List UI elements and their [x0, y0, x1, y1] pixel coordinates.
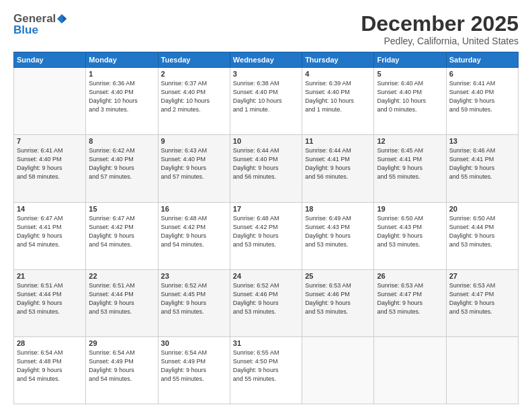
table-row [374, 336, 446, 404]
calendar-week-row: 21Sunrise: 6:51 AM Sunset: 4:44 PM Dayli… [14, 269, 519, 336]
table-row: 17Sunrise: 6:48 AM Sunset: 4:42 PM Dayli… [230, 202, 302, 269]
day-info: Sunrise: 6:53 AM Sunset: 4:47 PM Dayligh… [377, 281, 443, 316]
day-number: 18 [305, 205, 371, 213]
day-number: 7 [17, 137, 83, 145]
day-info: Sunrise: 6:41 AM Sunset: 4:40 PM Dayligh… [449, 79, 515, 114]
calendar-header-row: Sunday Monday Tuesday Wednesday Thursday… [14, 52, 519, 68]
day-number: 3 [233, 70, 299, 78]
table-row [302, 336, 374, 404]
day-info: Sunrise: 6:53 AM Sunset: 4:46 PM Dayligh… [305, 281, 371, 316]
day-info: Sunrise: 6:47 AM Sunset: 4:41 PM Dayligh… [17, 214, 83, 249]
col-saturday: Saturday [446, 52, 518, 68]
day-info: Sunrise: 6:48 AM Sunset: 4:42 PM Dayligh… [233, 214, 299, 249]
day-info: Sunrise: 6:52 AM Sunset: 4:45 PM Dayligh… [161, 281, 227, 316]
day-number: 13 [449, 137, 515, 145]
day-info: Sunrise: 6:51 AM Sunset: 4:44 PM Dayligh… [17, 281, 83, 316]
day-number: 23 [161, 272, 227, 280]
day-info: Sunrise: 6:52 AM Sunset: 4:46 PM Dayligh… [233, 281, 299, 316]
col-friday: Friday [374, 52, 446, 68]
table-row: 11Sunrise: 6:44 AM Sunset: 4:41 PM Dayli… [302, 135, 374, 202]
table-row: 1Sunrise: 6:36 AM Sunset: 4:40 PM Daylig… [86, 68, 158, 135]
day-info: Sunrise: 6:44 AM Sunset: 4:41 PM Dayligh… [305, 146, 371, 181]
table-row: 9Sunrise: 6:43 AM Sunset: 4:40 PM Daylig… [158, 135, 230, 202]
day-info: Sunrise: 6:37 AM Sunset: 4:40 PM Dayligh… [161, 79, 227, 114]
table-row: 24Sunrise: 6:52 AM Sunset: 4:46 PM Dayli… [230, 269, 302, 336]
calendar-week-row: 1Sunrise: 6:36 AM Sunset: 4:40 PM Daylig… [14, 68, 519, 135]
day-info: Sunrise: 6:51 AM Sunset: 4:44 PM Dayligh… [89, 281, 154, 316]
day-number: 2 [161, 70, 227, 78]
logo: General Blue [13, 12, 68, 37]
table-row: 26Sunrise: 6:53 AM Sunset: 4:47 PM Dayli… [374, 269, 446, 336]
day-number: 10 [233, 137, 299, 145]
table-row: 22Sunrise: 6:51 AM Sunset: 4:44 PM Dayli… [86, 269, 158, 336]
table-row: 31Sunrise: 6:55 AM Sunset: 4:50 PM Dayli… [230, 336, 302, 404]
title-area: December 2025 Pedley, California, United… [361, 12, 519, 46]
day-number: 9 [161, 137, 227, 145]
day-number: 24 [233, 272, 299, 280]
day-info: Sunrise: 6:45 AM Sunset: 4:41 PM Dayligh… [377, 146, 443, 181]
day-info: Sunrise: 6:54 AM Sunset: 4:49 PM Dayligh… [161, 349, 227, 383]
day-number: 29 [89, 339, 154, 347]
calendar-week-row: 28Sunrise: 6:54 AM Sunset: 4:48 PM Dayli… [14, 336, 519, 404]
svg-marker-1 [63, 15, 66, 22]
col-wednesday: Wednesday [230, 52, 302, 68]
table-row: 30Sunrise: 6:54 AM Sunset: 4:49 PM Dayli… [158, 336, 230, 404]
table-row: 21Sunrise: 6:51 AM Sunset: 4:44 PM Dayli… [14, 269, 86, 336]
table-row: 10Sunrise: 6:44 AM Sunset: 4:40 PM Dayli… [230, 135, 302, 202]
table-row: 2Sunrise: 6:37 AM Sunset: 4:40 PM Daylig… [158, 68, 230, 135]
table-row: 28Sunrise: 6:54 AM Sunset: 4:48 PM Dayli… [14, 336, 86, 404]
day-info: Sunrise: 6:41 AM Sunset: 4:40 PM Dayligh… [17, 146, 83, 181]
header: General Blue December 2025 Pedley, Calif… [13, 12, 519, 46]
calendar-table: Sunday Monday Tuesday Wednesday Thursday… [13, 52, 519, 404]
col-tuesday: Tuesday [158, 52, 230, 68]
day-info: Sunrise: 6:38 AM Sunset: 4:40 PM Dayligh… [233, 79, 299, 114]
table-row [14, 68, 86, 135]
col-sunday: Sunday [14, 52, 86, 68]
location: Pedley, California, United States [361, 36, 519, 46]
table-row: 12Sunrise: 6:45 AM Sunset: 4:41 PM Dayli… [374, 135, 446, 202]
table-row: 5Sunrise: 6:40 AM Sunset: 4:40 PM Daylig… [374, 68, 446, 135]
table-row: 18Sunrise: 6:49 AM Sunset: 4:43 PM Dayli… [302, 202, 374, 269]
day-number: 30 [161, 339, 227, 347]
day-info: Sunrise: 6:48 AM Sunset: 4:42 PM Dayligh… [161, 214, 227, 249]
day-number: 17 [233, 205, 299, 213]
day-info: Sunrise: 6:50 AM Sunset: 4:44 PM Dayligh… [449, 214, 515, 249]
day-info: Sunrise: 6:47 AM Sunset: 4:42 PM Dayligh… [89, 214, 154, 249]
day-info: Sunrise: 6:53 AM Sunset: 4:47 PM Dayligh… [449, 281, 515, 316]
table-row: 20Sunrise: 6:50 AM Sunset: 4:44 PM Dayli… [446, 202, 518, 269]
day-number: 20 [449, 205, 515, 213]
day-number: 15 [89, 205, 154, 213]
day-info: Sunrise: 6:54 AM Sunset: 4:48 PM Dayligh… [17, 349, 83, 383]
day-info: Sunrise: 6:55 AM Sunset: 4:50 PM Dayligh… [233, 349, 299, 383]
day-number: 6 [449, 70, 515, 78]
day-number: 31 [233, 339, 299, 347]
table-row [446, 336, 518, 404]
page: General Blue December 2025 Pedley, Calif… [0, 0, 532, 411]
table-row: 8Sunrise: 6:42 AM Sunset: 4:40 PM Daylig… [86, 135, 158, 202]
calendar-week-row: 7Sunrise: 6:41 AM Sunset: 4:40 PM Daylig… [14, 135, 519, 202]
table-row: 25Sunrise: 6:53 AM Sunset: 4:46 PM Dayli… [302, 269, 374, 336]
day-number: 26 [377, 272, 443, 280]
day-number: 5 [377, 70, 443, 78]
logo-icon [56, 13, 67, 24]
table-row: 7Sunrise: 6:41 AM Sunset: 4:40 PM Daylig… [14, 135, 86, 202]
day-info: Sunrise: 6:44 AM Sunset: 4:40 PM Dayligh… [233, 146, 299, 181]
day-number: 4 [305, 70, 371, 78]
day-number: 28 [17, 339, 83, 347]
calendar-week-row: 14Sunrise: 6:47 AM Sunset: 4:41 PM Dayli… [14, 202, 519, 269]
table-row: 19Sunrise: 6:50 AM Sunset: 4:43 PM Dayli… [374, 202, 446, 269]
table-row: 4Sunrise: 6:39 AM Sunset: 4:40 PM Daylig… [302, 68, 374, 135]
day-number: 12 [377, 137, 443, 145]
logo-blue: Blue [13, 24, 38, 37]
day-number: 14 [17, 205, 83, 213]
month-title: December 2025 [361, 12, 519, 36]
day-number: 19 [377, 205, 443, 213]
table-row: 23Sunrise: 6:52 AM Sunset: 4:45 PM Dayli… [158, 269, 230, 336]
day-info: Sunrise: 6:39 AM Sunset: 4:40 PM Dayligh… [305, 79, 371, 114]
table-row: 13Sunrise: 6:46 AM Sunset: 4:41 PM Dayli… [446, 135, 518, 202]
day-number: 8 [89, 137, 154, 145]
table-row: 15Sunrise: 6:47 AM Sunset: 4:42 PM Dayli… [86, 202, 158, 269]
day-info: Sunrise: 6:49 AM Sunset: 4:43 PM Dayligh… [305, 214, 371, 249]
day-number: 27 [449, 272, 515, 280]
day-info: Sunrise: 6:40 AM Sunset: 4:40 PM Dayligh… [377, 79, 443, 114]
